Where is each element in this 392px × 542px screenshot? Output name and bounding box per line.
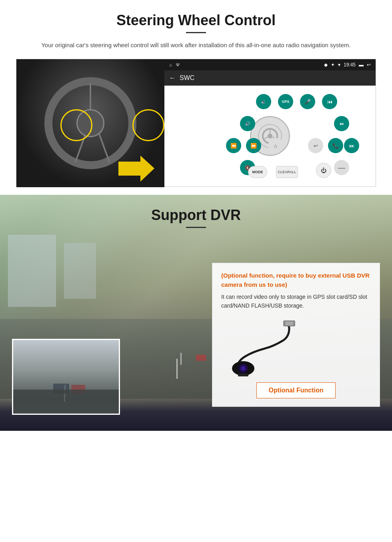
swc-fwd-btn[interactable]: ⏩ <box>246 138 261 153</box>
swc-gps-btn[interactable]: GPS <box>278 94 293 109</box>
swc-buttons-area: 🔉 GPS 🎤 ⏮ 🔊 ⏭ <box>164 86 376 186</box>
android-titlebar: ← SWC <box>164 70 376 86</box>
android-statusbar: ⌂ Ψ ◆ ✦ ▾ 19:45 ▬ ↩ <box>164 59 376 70</box>
swc-clearall-btn[interactable]: CLEARALL <box>276 166 298 178</box>
swc-button-circle: 🔉 GPS 🎤 ⏮ 🔊 ⏭ <box>186 92 354 180</box>
swc-home2-btn[interactable]: ⌂ <box>268 138 283 153</box>
swc-power-btn[interactable]: ⏻ <box>316 163 331 178</box>
battery-icon: ▬ <box>359 62 364 68</box>
swc-mode-btn[interactable]: MODE <box>248 166 267 178</box>
dvr-optional-notice: (Optional function, require to buy exter… <box>221 271 371 289</box>
svg-point-2 <box>268 134 272 138</box>
swc-prev-btn[interactable]: ⏮ <box>322 94 337 109</box>
svg-marker-0 <box>118 156 154 182</box>
swc-phone-btn[interactable]: 📞 <box>328 138 343 153</box>
home-icon: ⌂ <box>169 62 172 67</box>
swc-back-btn[interactable]: ↩ <box>308 138 323 153</box>
dvr-description: It can record video only to storage in G… <box>221 292 371 310</box>
dvr-section: Support DVR (Optional function, require <box>0 195 392 431</box>
android-swc-screen: ⌂ Ψ ◆ ✦ ▾ 19:45 ▬ ↩ ← SWC <box>164 59 376 186</box>
swc-rew-btn[interactable]: ⏪ <box>226 138 241 153</box>
dvr-title-area: Support DVR <box>0 195 392 241</box>
right-button-highlight <box>132 109 164 141</box>
swc-subtitle: Your original car's steering wheel contr… <box>16 40 376 50</box>
statusbar-left-icons: ⌂ Ψ <box>169 62 180 67</box>
gps-status-icon: ◆ <box>324 62 328 68</box>
swc-vol-minus-btn[interactable]: 🔉 <box>256 94 271 109</box>
swc-skipfwd-btn[interactable]: ⏭ <box>344 138 359 153</box>
status-time: 19:45 <box>344 62 356 68</box>
title-divider <box>186 32 206 33</box>
dvr-title-divider <box>186 227 206 228</box>
swc-title: Steering Wheel Control <box>16 12 376 29</box>
swc-vol-minus-s-btn[interactable]: — <box>334 160 349 175</box>
swc-mic-btn[interactable]: 🎤 <box>300 94 315 109</box>
dvr-title: Support DVR <box>0 207 392 224</box>
dvr-camera-illustration <box>221 316 371 380</box>
screen-title: SWC <box>180 74 194 82</box>
steering-wheel-section: Steering Wheel Control Your original car… <box>0 0 392 195</box>
dvr-info-box: (Optional function, require to buy exter… <box>212 263 380 407</box>
back-icon: ↩ <box>367 62 371 68</box>
dvr-thumbnail-image <box>12 339 120 415</box>
wifi-icon: ▾ <box>338 62 340 68</box>
svg-point-11 <box>241 366 245 370</box>
bluetooth-icon: ✦ <box>331 62 335 68</box>
swc-next-long-btn[interactable]: ⏭ <box>334 116 349 131</box>
optional-function-button[interactable]: Optional Function <box>256 382 336 398</box>
back-arrow-icon[interactable]: ← <box>169 74 176 82</box>
usb-icon: Ψ <box>176 62 180 67</box>
steering-wheel-photo <box>16 59 164 187</box>
statusbar-right-info: ◆ ✦ ▾ 19:45 ▬ ↩ <box>324 62 371 68</box>
swc-vol-plus-btn[interactable]: 🔊 <box>240 116 255 131</box>
swc-demo-area: ⌂ Ψ ◆ ✦ ▾ 19:45 ▬ ↩ ← SWC <box>16 59 376 187</box>
svg-line-4 <box>264 137 268 139</box>
svg-rect-7 <box>285 322 293 325</box>
svg-rect-12 <box>238 374 248 376</box>
